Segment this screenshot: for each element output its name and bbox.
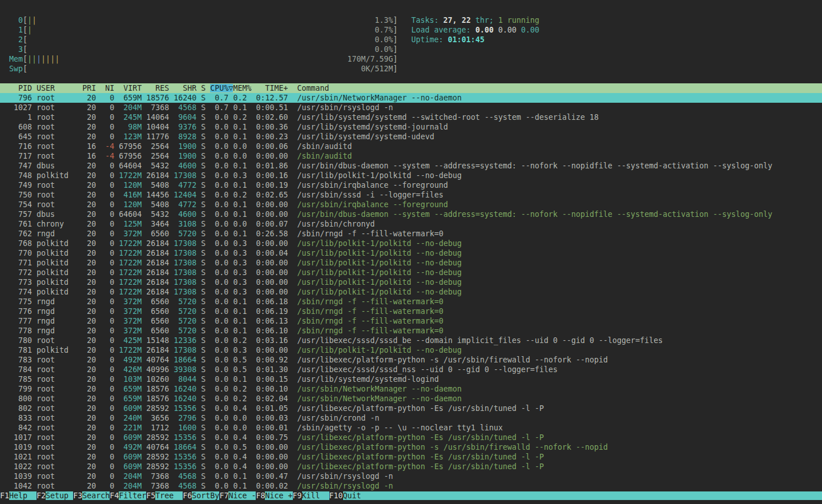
column-header-command[interactable]: Command [288, 84, 329, 92]
meter-close-bracket: ] [393, 55, 398, 63]
process-row[interactable]: 716 root 16 -4 67956 2564 1900 S 0.0 0.0… [0, 142, 822, 151]
process-row[interactable]: 1021 root 20 0 609M 28592 15356 S 0.0 0.… [0, 452, 822, 462]
process-row[interactable]: 1019 root 20 0 492M 40764 18664 S 0.0 0.… [0, 442, 822, 452]
cell-cpu-percent: 0.0 [206, 142, 228, 151]
process-row[interactable]: 776 rngd 20 0 372M 6560 5720 S 0.0 0.1 0… [0, 307, 822, 316]
cell-cpu-percent: 0.0 [206, 356, 228, 364]
column-header-res[interactable]: RES [142, 84, 169, 92]
process-row[interactable]: 1039 root 20 0 204M 7368 4568 S 0.0 0.1 … [0, 471, 822, 481]
process-row[interactable]: 761 chrony 20 0 125M 3464 3108 S 0.0 0.0… [0, 219, 822, 229]
cell-shr: 4568 [169, 482, 196, 490]
process-row[interactable]: 773 polkitd 20 0 1722M 26184 17308 S 0.0… [0, 277, 822, 287]
fkey-filter-button[interactable]: F4Filter [110, 491, 146, 500]
process-row[interactable]: 783 root 20 0 492M 40764 18664 S 0.0 0.5… [0, 355, 822, 365]
process-row[interactable]: 800 root 20 0 659M 18576 16240 S 0.0 0.2… [0, 394, 822, 404]
gap [32, 336, 37, 345]
process-row[interactable]: 772 polkitd 20 0 1722M 26184 17308 S 0.0… [0, 268, 822, 277]
meter-bar-tan: | [55, 55, 59, 63]
cell-cpu-percent: 0.0 [206, 317, 228, 325]
cell-user: root [37, 472, 82, 481]
process-row[interactable]: 777 rngd 20 0 372M 6560 5720 S 0.0 0.1 0… [0, 316, 822, 326]
process-row[interactable]: 1 root 20 0 245M 14064 9604 S 0.0 0.2 0:… [0, 112, 822, 122]
cell-ni: 0 [96, 229, 114, 238]
process-row[interactable]: 748 polkitd 20 0 1722M 26184 17308 S 0.0… [0, 171, 822, 180]
process-row[interactable]: 778 rngd 20 0 372M 6560 5720 S 0.0 0.1 0… [0, 326, 822, 336]
fkey-number: F6 [183, 491, 192, 500]
process-row[interactable]: 749 root 20 0 120M 5408 4772 S 0.0 0.1 0… [0, 180, 822, 190]
cell-pri: 20 [82, 259, 96, 267]
cell-command: /sbin/rngd -f --fill-watermark=0 [288, 297, 443, 306]
cell-res: 6560 [142, 307, 169, 316]
process-row[interactable]: 802 root 20 0 609M 28592 15356 S 0.0 0.4… [0, 404, 822, 413]
process-row[interactable]: 780 root 20 0 425M 15148 12336 S 0.0 0.2… [0, 336, 822, 345]
fkey-label: Filter [119, 491, 146, 500]
column-header-mem[interactable]: MEM% [233, 84, 251, 92]
meter-value: 0.0% [374, 45, 393, 54]
cell-pid: 781 [0, 346, 32, 354]
process-row[interactable]: 796 root 20 0 659M 18576 16240 S 0.7 0.2… [0, 93, 822, 103]
fkey-search-button[interactable]: F3Search [73, 491, 110, 500]
process-row[interactable]: 750 root 20 0 416M 14456 12404 S 0.0 0.2… [0, 190, 822, 200]
column-header-time[interactable]: TIME+ [251, 84, 288, 92]
cell-cpu-percent: 0.0 [206, 365, 228, 374]
process-row[interactable]: 1042 root 20 0 204M 7368 4568 S 0.0 0.1 … [0, 481, 822, 491]
fkey-nice--button[interactable]: F8Nice + [256, 491, 292, 500]
process-row[interactable]: 768 polkitd 20 0 1722M 26184 17308 S 0.0… [0, 239, 822, 248]
fkey-setup-button[interactable]: F2Setup [37, 491, 73, 500]
process-row[interactable]: 781 polkitd 20 0 1722M 26184 17308 S 0.0… [0, 345, 822, 355]
process-row[interactable]: 774 polkitd 20 0 1722M 26184 17308 S 0.0… [0, 287, 822, 297]
cell-user: root [37, 142, 82, 151]
column-header-virt[interactable]: VIRT [114, 84, 142, 92]
process-row[interactable]: 775 rngd 20 0 372M 6560 5720 S 0.0 0.1 0… [0, 297, 822, 307]
column-header-s[interactable]: S [196, 84, 206, 92]
process-row[interactable]: 771 polkitd 20 0 1722M 26184 17308 S 0.0… [0, 258, 822, 268]
cell-ni: 0 [96, 123, 114, 131]
cell-pri: 20 [82, 433, 96, 442]
fkey-kill-button[interactable]: F9Kill [293, 491, 329, 500]
cell-res: 5432 [142, 210, 169, 219]
meter-label: Mem [0, 55, 23, 63]
cell-mem-percent: 0.1 [228, 229, 247, 238]
cell-res: 2564 [142, 142, 169, 151]
column-header-pri[interactable]: PRI [82, 84, 96, 92]
cell-state: S [196, 288, 206, 296]
process-row[interactable]: 785 root 20 0 103M 10260 8044 S 0.0 0.1 … [0, 374, 822, 384]
process-table: PID USER PRI NI VIRT RES SHR S CPU%▽MEM%… [0, 83, 822, 491]
process-row[interactable]: 784 root 20 0 426M 40996 39308 S 0.0 0.5… [0, 365, 822, 374]
process-row[interactable]: 1017 root 20 0 609M 28592 15356 S 0.0 0.… [0, 433, 822, 442]
process-row[interactable]: 717 root 16 -4 67956 2564 1900 S 0.0 0.0… [0, 151, 822, 161]
process-row[interactable]: 770 polkitd 20 0 1722M 26184 17308 S 0.0… [0, 248, 822, 258]
fkey-quit-button[interactable]: F10Quit [329, 491, 822, 500]
process-row[interactable]: 833 root 20 0 240M 3656 2796 S 0.0 0.0 0… [0, 413, 822, 423]
cell-cpu-percent: 0.0 [206, 200, 228, 209]
fkey-help-button[interactable]: F1Help [0, 491, 37, 500]
column-header-cpu-sorted[interactable]: CPU%▽ [210, 84, 233, 92]
cell-time: 0:00.23 [247, 132, 288, 141]
fkey-tree-button[interactable]: F5Tree [146, 491, 183, 500]
cell-virt: 609M [114, 433, 142, 442]
cell-state: S [196, 317, 206, 325]
fkey-nice--button[interactable]: F7Nice - [219, 491, 256, 500]
gap [32, 162, 37, 170]
process-row[interactable]: 608 root 20 0 98M 10404 9376 S 0.0 0.1 0… [0, 122, 822, 132]
process-row[interactable]: 747 dbus 20 0 64604 5432 4600 S 0.0 0.1 … [0, 161, 822, 171]
process-row[interactable]: 1022 root 20 0 609M 28592 15356 S 0.0 0.… [0, 462, 822, 471]
column-header-ni[interactable]: NI [96, 84, 114, 92]
fkey-sortby-button[interactable]: F6SortBy [183, 491, 219, 500]
process-row[interactable]: 762 rngd 20 0 372M 6560 5720 S 0.0 0.1 0… [0, 229, 822, 239]
process-row[interactable]: 645 root 20 0 123M 11776 8928 S 0.0 0.1 … [0, 132, 822, 142]
cell-command: /usr/libexec/platform-python -Es /usr/sb… [288, 453, 543, 461]
process-row[interactable]: 842 root 20 0 221M 1712 1600 S 0.0 0.0 0… [0, 423, 822, 433]
column-header-user[interactable]: USER [37, 84, 82, 92]
process-row[interactable]: 754 root 20 0 120M 5408 4772 S 0.0 0.1 0… [0, 200, 822, 209]
column-header-shr[interactable]: SHR [169, 84, 196, 92]
process-row[interactable]: 799 root 20 0 659M 18576 16240 S 0.0 0.2… [0, 384, 822, 394]
column-header-pid[interactable]: PID [0, 84, 32, 92]
cell-pid: 645 [0, 132, 32, 141]
cell-user: root [37, 394, 82, 403]
process-row[interactable]: 757 dbus 20 0 64604 5432 4600 S 0.0 0.1 … [0, 209, 822, 219]
cell-pri: 20 [82, 326, 96, 335]
cell-time: 0:06.18 [247, 297, 288, 306]
cell-virt: 123M [114, 132, 142, 141]
process-row[interactable]: 1027 root 20 0 204M 7368 4568 S 0.7 0.1 … [0, 103, 822, 112]
